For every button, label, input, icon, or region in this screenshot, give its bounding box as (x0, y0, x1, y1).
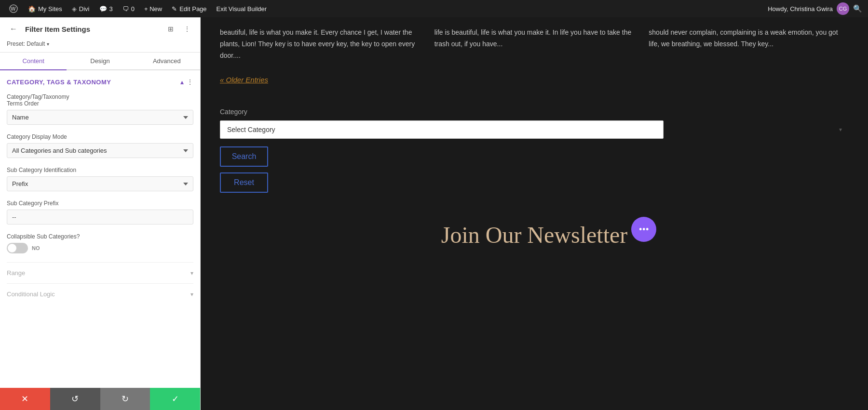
tab-design[interactable]: Design (67, 53, 133, 70)
page-content-area: beautiful, life is what you make it. Eve… (201, 17, 868, 277)
my-sites-menu[interactable]: 🏠 My Sites (23, 0, 67, 17)
collapsible-sub-categories-label: Collapsible Sub Categories? (7, 233, 193, 240)
comments-menu[interactable]: 💬 3 (95, 0, 118, 17)
toggle-row: NO (7, 243, 193, 253)
undo-icon: ↺ (71, 394, 79, 404)
posts-grid: beautiful, life is what you make it. Eve… (220, 27, 849, 61)
newsletter-section: Join Our Newsletter ••• (220, 202, 849, 267)
panel-title: Filter Item Settings (25, 25, 160, 33)
post-item-2: life is beautiful, life is what you make… (434, 27, 635, 61)
preset-chevron-icon: ▾ (47, 41, 49, 47)
sub-category-identification-label: Sub Category Identification (7, 167, 193, 173)
tab-design-label: Design (90, 57, 109, 65)
user-avatar: CG (837, 2, 849, 15)
pending-comments-menu[interactable]: 🗨 0 (118, 0, 139, 17)
section-category-header: Category, Tags & Taxonomy ▴ ⋮ (7, 78, 193, 86)
right-panel: beautiful, life is what you make it. Eve… (201, 17, 868, 410)
new-item-label: + New (144, 5, 162, 13)
section-range[interactable]: Range ▾ (7, 262, 193, 283)
more-icon: ⋮ (184, 25, 190, 33)
terms-order-label: Category/Tag/Taxonomy Terms Order (7, 93, 193, 107)
cancel-icon: ✕ (21, 394, 28, 404)
redo-button[interactable]: ↻ (100, 388, 150, 410)
main-layout: ← Filter Item Settings ⊞ ⋮ Preset: Defau… (0, 17, 868, 410)
comments-count: 3 (109, 5, 113, 13)
tab-content-label: Content (22, 57, 44, 65)
terms-order-select[interactable]: Name ID Slug Count Term Group (7, 110, 193, 125)
divi-menu[interactable]: ◈ Divi (67, 0, 95, 17)
reset-button[interactable]: Reset (220, 172, 268, 193)
post-item-1: beautiful, life is what you make it. Eve… (220, 27, 420, 61)
panel-icon-group: ⊞ ⋮ (164, 23, 193, 35)
confirm-icon: ✓ (172, 394, 179, 404)
section-collapse-button[interactable]: ▴ (180, 78, 184, 86)
older-entries-link[interactable]: « Older Entries (220, 76, 268, 84)
my-sites-icon: 🏠 (28, 5, 36, 13)
pending-comments-icon: 🗨 (122, 5, 129, 13)
new-item-menu[interactable]: + New (139, 0, 167, 17)
bottom-toolbar: ✕ ↺ ↻ ✓ (0, 388, 200, 410)
pending-count: 0 (131, 5, 135, 13)
exit-visual-label: Exit Visual Builder (217, 5, 267, 13)
section-conditional-logic[interactable]: Conditional Logic ▾ (7, 283, 193, 304)
howdy-text: Howdy, Christina Gwira (768, 5, 833, 13)
collapsible-sub-categories-field: Collapsible Sub Categories? NO (7, 233, 193, 253)
cancel-button[interactable]: ✕ (0, 388, 50, 410)
user-menu[interactable]: Howdy, Christina Gwira CG 🔍 (768, 2, 862, 15)
bubble-icon: ••• (639, 224, 649, 235)
reset-button-label: Reset (234, 178, 254, 186)
category-widget-label: Category (220, 108, 849, 116)
section-category-controls: ▴ ⋮ (180, 78, 193, 86)
columns-view-button[interactable]: ⊞ (164, 23, 177, 35)
tab-advanced[interactable]: Advanced (134, 53, 200, 70)
comments-icon: 💬 (99, 5, 107, 13)
confirm-button[interactable]: ✓ (150, 388, 200, 410)
panel-header: ← Filter Item Settings ⊞ ⋮ Preset: Defau… (0, 17, 200, 53)
category-select-wrapper: Select Category ▾ (220, 120, 849, 139)
wp-logo-icon[interactable]: W (6, 0, 21, 17)
search-icon[interactable]: 🔍 (853, 4, 862, 13)
category-select[interactable]: Select Category (220, 120, 664, 139)
category-display-mode-label: Category Display Mode (7, 133, 193, 140)
back-button[interactable]: ← (7, 22, 20, 36)
section-range-title: Range (7, 269, 25, 277)
category-display-mode-field: Category Display Mode All Categories and… (7, 133, 193, 158)
search-button[interactable]: Search (220, 146, 268, 167)
newsletter-bubble-button[interactable]: ••• (631, 217, 656, 242)
admin-bar: W 🏠 My Sites ◈ Divi 💬 3 🗨 0 + New ✎ Edit… (0, 0, 868, 17)
sub-category-prefix-input[interactable] (7, 210, 193, 225)
columns-icon: ⊞ (168, 25, 174, 33)
my-sites-label: My Sites (38, 5, 62, 13)
redo-icon: ↻ (122, 394, 129, 404)
conditional-logic-expand-icon: ▾ (190, 291, 193, 298)
divi-icon: ◈ (72, 5, 77, 13)
tab-advanced-label: Advanced (153, 57, 181, 65)
sub-category-identification-field: Sub Category Identification Prefix Inden… (7, 167, 193, 191)
category-select-arrow-icon: ▾ (839, 126, 842, 133)
sub-category-prefix-label: Sub Category Prefix (7, 200, 193, 207)
search-button-label: Search (232, 152, 257, 160)
panel-content-area: Category, Tags & Taxonomy ▴ ⋮ Category/T… (0, 70, 200, 388)
edit-icon: ✎ (172, 5, 177, 13)
panel-title-bar: ← Filter Item Settings ⊞ ⋮ (0, 17, 200, 40)
exit-visual-builder-button[interactable]: Exit Visual Builder (212, 0, 272, 17)
left-panel: ← Filter Item Settings ⊞ ⋮ Preset: Defau… (0, 17, 201, 410)
edit-page-label: Edit Page (179, 5, 206, 13)
terms-order-field: Category/Tag/Taxonomy Terms Order Name I… (7, 93, 193, 125)
preset-selector[interactable]: Preset: Default ▾ (0, 40, 200, 52)
panel-more-button[interactable]: ⋮ (181, 23, 193, 35)
section-menu-button[interactable]: ⋮ (187, 78, 193, 86)
divi-label: Divi (79, 5, 90, 13)
collapsible-toggle[interactable] (7, 243, 28, 253)
section-category-title: Category, Tags & Taxonomy (7, 79, 111, 86)
tab-content[interactable]: Content (0, 53, 67, 70)
avatar-initials: CG (839, 6, 847, 12)
edit-page-button[interactable]: ✎ Edit Page (167, 0, 211, 17)
section-category-tags: Category, Tags & Taxonomy ▴ ⋮ Category/T… (7, 78, 193, 253)
undo-button[interactable]: ↺ (50, 388, 100, 410)
section-conditional-logic-title: Conditional Logic (7, 291, 55, 298)
filter-buttons: Search Reset (220, 146, 849, 193)
toggle-label: NO (32, 245, 40, 251)
category-display-mode-select[interactable]: All Categories and Sub categories Top Le… (7, 143, 193, 158)
sub-category-identification-select[interactable]: Prefix Indent None (7, 176, 193, 191)
